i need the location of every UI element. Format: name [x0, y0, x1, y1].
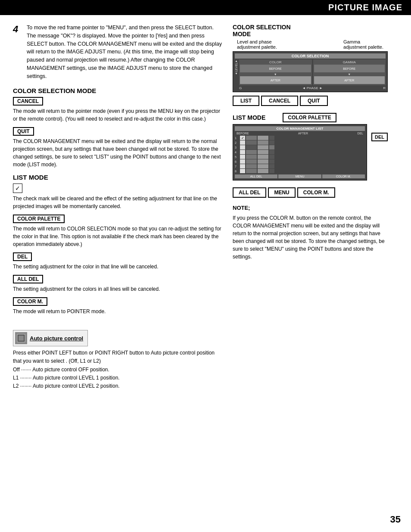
list-row-4: 4: [235, 150, 365, 154]
del-8: [269, 169, 274, 173]
before-1: [246, 136, 257, 140]
csd-panel-row: COLOR BEFORE ▼ AFTER GAMMA BEFORE ▼ AFTE…: [239, 59, 386, 85]
all-del-section: ALL DEL The setting adjustment for the c…: [13, 275, 224, 293]
list-diag-title: COLOR MANAGEMENT LIST: [235, 126, 365, 131]
del-right-container: DEL: [370, 124, 388, 184]
after-3: [258, 145, 268, 149]
cancel-button[interactable]: CANCEL: [261, 96, 298, 106]
right-color-sel-title: COLOR SELECTIONMODE: [233, 24, 388, 37]
color-palette-label: COLOR PALETTE: [13, 215, 65, 223]
del-1: [269, 136, 274, 140]
step-4-block: 4 To move the red frame pointer to "MENU…: [13, 24, 224, 80]
menu-button[interactable]: MENU: [268, 187, 295, 198]
quit-button[interactable]: QUIT: [300, 96, 328, 106]
check-2: [240, 140, 245, 145]
checkmark-section: ✓ The check mark will be cleared and the…: [13, 184, 224, 210]
checkmark-symbol: ✓: [13, 184, 22, 193]
note-title: NOTE;: [233, 204, 388, 212]
csd-inner: ▲ LEVEL ▼ COLOR BEFORE ▼ AFTER GAMMA: [235, 59, 386, 90]
del-section: DEL The setting adjustment for the color…: [13, 252, 224, 271]
after-8: [258, 169, 268, 173]
csd-panels: COLOR BEFORE ▼ AFTER GAMMA BEFORE ▼ AFTE…: [239, 59, 386, 90]
step-number: 4: [13, 24, 22, 80]
color-selection-diagram: COLOR SELECTION ▲ LEVEL ▼ COLOR BEFORE ▼…: [233, 51, 388, 92]
del-3: [269, 145, 274, 149]
all-del-button[interactable]: ALL DEL: [233, 187, 266, 198]
list-row-1: 1 ✓: [235, 136, 365, 140]
color-sel-buttons: LIST CANCEL QUIT: [233, 96, 388, 106]
color-palette-desc: The mode will return to COLOR SELECTION …: [13, 225, 224, 248]
quit-section: QUIT The COLOR MANAGEMENT menu will be e…: [13, 127, 224, 168]
before-7: [246, 164, 257, 168]
list-mode-right-title: LIST MODE: [233, 114, 265, 121]
csd-r-label: R: [383, 86, 386, 90]
del-label: DEL: [13, 252, 32, 261]
check-7: [240, 164, 245, 168]
all-del-desc: The setting adjustment for the colors in…: [13, 285, 224, 293]
list-mode-title: LIST MODE: [13, 174, 224, 181]
list-diag-inner: COLOR MANAGEMENT LIST BEFORE AFTER DEL 1…: [235, 126, 365, 178]
color-palette-button[interactable]: COLOR PALETTE: [283, 113, 336, 122]
note-block: NOTE; If you press the COLOR M. button o…: [233, 204, 388, 261]
level-phase-label: Level and phaseadjustment palette.: [237, 39, 277, 50]
all-del-diag-btn: ALL DEL: [235, 174, 277, 178]
list-diag-header: BEFORE AFTER DEL: [235, 132, 365, 135]
color-m-button[interactable]: COLOR M.: [297, 187, 335, 198]
gamma-before: BEFORE: [314, 65, 385, 72]
del-desc: The setting adjustment for the color in …: [13, 263, 224, 271]
list-diag-bottom-btns: ALL DEL MENU COLOR M.: [235, 174, 365, 178]
quit-desc: The COLOR MANAGEMENT menu will be exited…: [13, 137, 224, 168]
before-3: [246, 145, 257, 149]
page-header: PICTURE IMAGE: [0, 0, 411, 15]
auto-picture-block: Auto picture control Press either POINT …: [13, 322, 224, 390]
color-panel-title: COLOR: [240, 60, 311, 64]
gamma-after: AFTER: [314, 76, 385, 84]
auto-picture-header: Auto picture control: [13, 330, 88, 346]
color-panel: COLOR BEFORE ▼ AFTER: [239, 59, 312, 85]
check-3: [240, 145, 245, 149]
auto-picture-desc: Press either POINT LEFT button or POINT …: [13, 349, 224, 390]
csd-g-label: G: [239, 86, 242, 90]
csd-phase-label: ◄ PHASE ►: [302, 86, 323, 90]
list-after-label: AFTER: [298, 132, 308, 135]
after-5: [258, 155, 268, 159]
checkmark-desc: The check mark will be cleared and the e…: [13, 195, 224, 210]
cancel-desc: The mode will return to the pointer mode…: [13, 107, 224, 123]
list-row-5: 5: [235, 155, 365, 159]
quit-label: QUIT: [13, 127, 34, 136]
cancel-section: CANCEL The mode will return to the point…: [13, 97, 224, 123]
after-6: [258, 159, 268, 164]
list-row-8: 8: [235, 169, 365, 173]
step-4-text: To move the red frame pointer to "MENU",…: [27, 24, 224, 80]
before-5: [246, 155, 257, 159]
auto-picture-label: Auto picture control: [30, 335, 83, 342]
list-button[interactable]: LIST: [233, 96, 259, 106]
gamma-panel: GAMMA BEFORE ▼ AFTER: [313, 59, 386, 85]
cancel-label: CANCEL: [13, 97, 43, 106]
before-6: [246, 159, 257, 164]
csd-title: COLOR SELECTION: [235, 53, 386, 59]
list-row-7: 7: [235, 164, 365, 168]
color-m-diag-btn: COLOR M.: [322, 174, 365, 178]
before-8: [246, 169, 257, 173]
del-right-button[interactable]: DEL: [371, 133, 388, 141]
list-mode-header: LIST MODE COLOR PALETTE: [233, 113, 388, 122]
list-row-6: 6: [235, 159, 365, 164]
menu-diag-btn: MENU: [278, 174, 321, 178]
color-m-desc: The mode will return to POINTER mode.: [13, 308, 224, 315]
check-1: ✓: [240, 136, 245, 140]
color-selection-mode-title: COLOR SELECTION MODE: [13, 87, 224, 94]
left-column: 4 To move the red frame pointer to "MENU…: [13, 24, 224, 390]
all-del-label: ALL DEL: [13, 275, 43, 283]
page-number: 35: [390, 514, 401, 525]
color-palette-section: COLOR PALETTE The mode will return to CO…: [13, 215, 224, 248]
list-del-label: DEL: [357, 132, 363, 135]
del-2: [269, 140, 274, 145]
del-7: [269, 164, 274, 168]
check-8: [240, 169, 245, 173]
before-4: [246, 150, 257, 154]
check-6: [240, 159, 245, 164]
csd-bottom-row: G ◄ PHASE ► R: [239, 86, 386, 90]
list-diagram: COLOR MANAGEMENT LIST BEFORE AFTER DEL 1…: [233, 124, 367, 180]
color-m-label: COLOR M.: [13, 297, 47, 306]
